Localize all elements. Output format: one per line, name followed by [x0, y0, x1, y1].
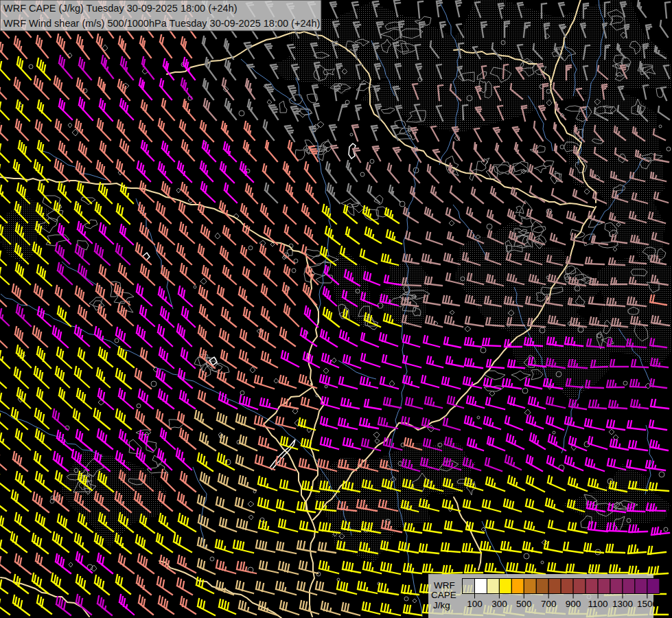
svg-text:1300: 1300 — [612, 599, 633, 609]
svg-text:1100: 1100 — [588, 599, 608, 609]
svg-text:100: 100 — [467, 599, 483, 609]
svg-text:500: 500 — [516, 599, 532, 609]
svg-text:J/kg: J/kg — [433, 600, 450, 610]
svg-text:WRF CAPE (J/kg) Tuesday 30-09-: WRF CAPE (J/kg) Tuesday 30-09-2025 18:00… — [3, 3, 237, 14]
svg-text:300: 300 — [491, 599, 507, 609]
svg-text:700: 700 — [541, 599, 557, 609]
svg-text:WRF: WRF — [434, 580, 455, 591]
svg-text:1500: 1500 — [637, 599, 658, 609]
svg-text:WRF Wind shear (m/s) 500/1000h: WRF Wind shear (m/s) 500/1000hPa Tuesday… — [3, 18, 320, 29]
svg-text:CAPE: CAPE — [431, 590, 456, 600]
svg-text:900: 900 — [566, 599, 581, 609]
